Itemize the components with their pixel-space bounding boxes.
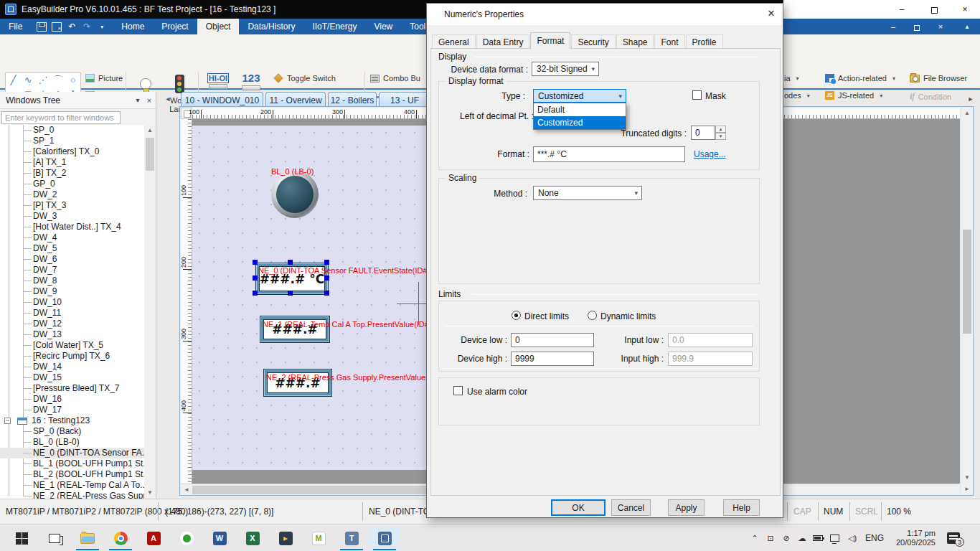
start-button[interactable] — [6, 526, 37, 550]
acrobat-button[interactable]: A — [138, 526, 169, 550]
tree-item[interactable]: [Hot Water Dist..] TX_4 — [0, 222, 156, 232]
window-tab[interactable]: 11 - Overview — [265, 92, 326, 108]
task-view-button[interactable] — [39, 526, 70, 550]
tree-item[interactable]: DW_14 — [0, 362, 156, 372]
spin-down-icon[interactable]: ▼ — [715, 133, 726, 140]
bit-lamp-object[interactable] — [271, 171, 319, 218]
restore-icon[interactable] — [923, 3, 945, 16]
panel-menu-icon[interactable]: ▾ — [132, 95, 143, 105]
export-icon[interactable] — [52, 22, 62, 32]
tree-item[interactable]: [Pressure Bleed] TX_7 — [0, 383, 156, 394]
ribbon-collapse-icon[interactable]: ▲ — [958, 22, 976, 32]
pdf-tool-button[interactable] — [171, 526, 202, 550]
word-button[interactable]: W — [204, 526, 235, 550]
help-button[interactable]: Help — [723, 499, 760, 516]
dialog-tab-font[interactable]: Font — [654, 34, 684, 49]
tree-item[interactable]: DW_10 — [0, 297, 156, 308]
use-alarm-color-checkbox[interactable] — [453, 386, 463, 395]
tree-item[interactable]: BL_2 (BOOL-UFH Pump1 St... — [0, 469, 156, 480]
panel-close-icon[interactable]: × — [143, 95, 155, 105]
tree-item[interactable]: [P] TX_3 — [0, 200, 156, 211]
tray-volume-icon[interactable]: ◁) — [845, 524, 859, 551]
tree-item[interactable]: DW_6 — [0, 254, 156, 265]
tree-item[interactable]: DW_16 — [0, 394, 156, 405]
tree-item[interactable]: DW_5 — [0, 243, 156, 254]
quick-access-menu-icon[interactable]: ▾ — [97, 22, 107, 32]
dialog-close-icon[interactable]: ✕ — [761, 6, 781, 21]
cancel-button[interactable]: Cancel — [611, 499, 651, 516]
cmt-viewer-button[interactable] — [336, 526, 367, 550]
dropdown-option[interactable]: Customized — [534, 116, 626, 129]
close-icon[interactable]: × — [954, 3, 976, 16]
dialog-tab-general[interactable]: General — [432, 34, 476, 49]
tray-network-icon[interactable] — [828, 524, 842, 551]
menu-file[interactable]: File — [0, 19, 31, 34]
window-tab[interactable]: 13 - UF — [379, 92, 430, 108]
mdi-minimize-icon[interactable]: – — [885, 22, 902, 32]
file-explorer-button[interactable] — [72, 526, 103, 550]
menu-project[interactable]: Project — [153, 19, 197, 34]
tray-cloud-icon[interactable]: ☁ — [795, 524, 809, 551]
tab-scroll-right-icon[interactable]: ► — [966, 93, 976, 105]
language-indicator[interactable]: ENG — [865, 524, 884, 551]
scroll-down-icon[interactable]: ▼ — [144, 487, 156, 499]
menu-data-history[interactable]: Data/History — [239, 19, 303, 34]
combo-button-button[interactable]: Combo Bu — [370, 74, 420, 83]
dialog-tab-shape[interactable]: Shape — [616, 34, 654, 49]
tree-item[interactable]: DW_2 — [0, 189, 156, 200]
taskbar-clock[interactable]: 1:17 pm 20/09/2025 — [894, 524, 936, 551]
tree-item[interactable]: NE_0 (DINT-TOA Sensor FA... — [0, 448, 156, 458]
windows-filter-input[interactable] — [1, 111, 121, 124]
menu-home[interactable]: Home — [113, 19, 153, 34]
save-icon[interactable] — [37, 22, 47, 32]
polyline-tool-icon[interactable]: ⋰ — [36, 73, 51, 87]
tree-item[interactable]: DW_11 — [0, 308, 156, 319]
action-center-button[interactable]: 3 — [947, 524, 960, 551]
dialog-title-bar[interactable]: Numeric's Properties ✕ — [427, 4, 783, 25]
tree-item[interactable]: [B] TX_2 — [0, 168, 156, 179]
tree-item[interactable]: BL_1 (BOOL-UFH Pump1 St... — [0, 458, 156, 469]
media-app-button[interactable] — [270, 526, 301, 550]
tree-item[interactable]: DW_7 — [0, 265, 156, 276]
tree-item[interactable]: DW_13 — [0, 329, 156, 340]
tree-item[interactable]: DW_12 — [0, 319, 156, 329]
type-select[interactable]: Customized▾ — [533, 89, 626, 103]
arc-tool-icon[interactable]: ⌒ — [50, 73, 65, 87]
scroll-up-icon[interactable]: ▲ — [144, 125, 156, 136]
truncated-digits-input[interactable]: 0 — [691, 126, 715, 140]
curve-tool-icon[interactable]: ∿ — [21, 73, 36, 87]
undo-icon[interactable]: ↶ — [67, 22, 77, 32]
dialog-tab-format[interactable]: Format — [530, 32, 570, 49]
file-browser-button[interactable]: File Browser — [910, 74, 967, 83]
canvas-vertical-scrollbar[interactable]: ▲ ▼ — [961, 108, 973, 484]
js-related-button[interactable]: JSJS-related▾ — [825, 91, 882, 100]
usage-link[interactable]: Usage... — [694, 149, 726, 159]
window-tab[interactable]: 10 - WINDOW_010 — [181, 92, 263, 108]
barcodes-button-partial[interactable]: odes▾ — [784, 91, 810, 100]
tray-chevron[interactable]: ⌃ — [748, 524, 762, 551]
tree-item[interactable]: DW_9 — [0, 286, 156, 297]
dropdown-option[interactable]: Default — [534, 103, 626, 116]
device-data-format-select[interactable]: 32-bit Signed▾ — [532, 62, 599, 76]
menu-object[interactable]: Object — [197, 19, 240, 34]
scroll-up-icon[interactable]: ▲ — [961, 108, 973, 119]
dialog-tab-security[interactable]: Security — [571, 34, 615, 49]
tree-item[interactable]: DW_3 — [0, 211, 156, 222]
device-low-input[interactable]: 0 — [511, 333, 594, 347]
tab-scroll-left-icon[interactable]: ◄ — [163, 93, 173, 105]
dialog-tab-data-entry[interactable]: Data Entry — [476, 34, 530, 49]
tree-item[interactable]: DW_4 — [0, 232, 156, 243]
menu-view[interactable]: View — [365, 19, 401, 34]
tree-item[interactable]: SP_0 (Back) — [0, 426, 156, 437]
tree-item[interactable]: SP_0 — [0, 125, 156, 136]
mask-checkbox[interactable] — [692, 90, 702, 100]
scroll-left-icon[interactable]: ◄ — [181, 484, 192, 496]
spin-up-icon[interactable]: ▲ — [715, 126, 726, 133]
scroll-down-icon[interactable]: ▼ — [961, 472, 973, 484]
apply-button[interactable]: Apply — [668, 499, 705, 516]
tree-item[interactable]: [A] TX_1 — [0, 157, 156, 168]
tray-onedrive-paused-icon[interactable]: ⊘ — [779, 524, 793, 551]
minimize-icon[interactable]: – — [891, 3, 913, 16]
tray-capture-icon[interactable]: ⊡ — [763, 524, 778, 551]
window-tab[interactable]: 12 - Boilers — [328, 92, 377, 108]
